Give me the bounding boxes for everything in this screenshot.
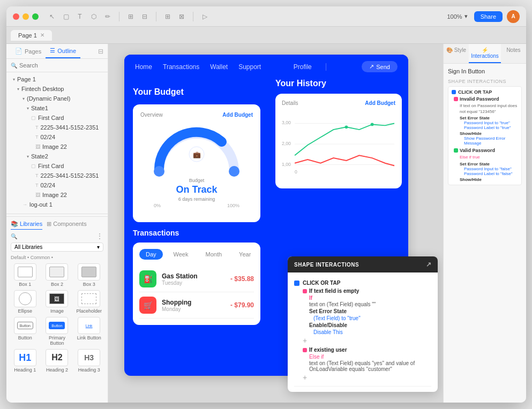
rp-valid-pwd: Valid Password Else if true Set Error St… <box>454 148 518 181</box>
sidebar-tabs: 📄 Pages ☰ Outline ⊟ <box>6 44 108 59</box>
nav-wallet[interactable]: Wallet <box>210 63 228 71</box>
svg-point-11 <box>345 125 348 128</box>
search-input[interactable] <box>19 62 103 69</box>
shape-icon[interactable]: ⬡ <box>89 12 99 21</box>
transactions-container: Transactions Day Week Month Year ⛽ <box>133 229 260 325</box>
pct-0: 0% <box>154 203 161 208</box>
component-placeholder[interactable]: Placeholder <box>74 290 103 314</box>
zoom-fit-icon[interactable]: ⊞ <box>126 12 136 21</box>
component-link-button[interactable]: Link Link Button <box>74 317 103 346</box>
box3-preview <box>78 263 100 281</box>
minimize-button[interactable] <box>23 13 29 20</box>
rp-tab-style[interactable]: 🎨 Style <box>444 44 469 63</box>
shopping-info: Shopping Monday <box>162 299 225 312</box>
sidebar-item-first-card-1[interactable]: ▢ First Card <box>6 113 108 123</box>
component-h3[interactable]: H3 Heading 3 <box>74 349 103 373</box>
sidebar-item-card-number-1[interactable]: T 2225-3441-5152-2351 <box>6 123 108 132</box>
logout-icon: → <box>23 202 27 207</box>
distribute-icon[interactable]: ⊠ <box>177 12 186 21</box>
expand-icon: ▾ <box>13 77 15 82</box>
page-tab[interactable]: Page 1 ✕ <box>11 30 52 41</box>
zoom-chevron: ▾ <box>464 13 468 20</box>
frame-icon[interactable]: ▢ <box>61 12 71 21</box>
lib-dropdown-label: All Libraries <box>14 244 42 250</box>
share-button[interactable]: Share <box>474 11 503 22</box>
rp-tab-notes[interactable]: Notes <box>501 44 526 63</box>
component-h2[interactable]: H2 Heading 2 <box>43 349 72 373</box>
close-button[interactable] <box>13 13 19 20</box>
component-image[interactable]: 🖼 Image <box>43 290 72 314</box>
fp-block1-plus[interactable]: + <box>303 336 431 345</box>
align-icon[interactable]: ⊞ <box>163 12 173 21</box>
fp-expand-icon[interactable]: ↗ <box>426 261 432 268</box>
overview-label: Overview <box>140 112 163 118</box>
interactions-icon: ⚡ <box>482 47 488 53</box>
sidebar-item-card-number-2[interactable]: T 2225-3441-5152-2351 <box>6 171 108 180</box>
svg-text:0: 0 <box>295 169 297 175</box>
filter-icon[interactable]: ⊟ <box>140 12 149 21</box>
lib-dropdown[interactable]: All Libraries ▾ <box>11 243 103 252</box>
lib-search-input[interactable] <box>17 233 96 239</box>
sidebar-tab-pages[interactable]: 📄 Pages <box>11 44 46 58</box>
cursor-icon[interactable]: ↖ <box>47 12 57 21</box>
budget-title: Your Budget <box>133 87 260 97</box>
transaction-row-gas: ⛽ Gas Station Tuesday - $35.88 <box>139 266 254 292</box>
rp-tab-interactions[interactable]: ⚡ Interactions <box>469 44 501 63</box>
toolbar-sep-2 <box>156 12 156 21</box>
sidebar-item-date-2[interactable]: T 02/24 <box>6 180 108 190</box>
h3-preview: H3 <box>78 349 100 366</box>
lib-tab-components[interactable]: ⊞ Components <box>47 219 86 230</box>
rp-set-error-2-label: Set Error State <box>460 162 518 166</box>
trans-tab-year[interactable]: Year <box>233 249 257 260</box>
layer-tree: ▾ Page 1 ▾ Fintech Desktop ▾ (Dynamic Pa… <box>6 72 108 211</box>
component-button[interactable]: Button Button <box>11 317 40 346</box>
send-button[interactable]: ↗ Send <box>362 61 398 72</box>
fullscreen-button[interactable] <box>32 13 39 20</box>
component-box3[interactable]: Box 3 <box>74 263 103 287</box>
sidebar-item-image-2[interactable]: 🖼 Image 22 <box>6 190 108 200</box>
lib-tab-libraries[interactable]: 📚 Libraries <box>11 219 42 230</box>
sidebar-tab-outline[interactable]: ☰ Outline <box>46 44 80 58</box>
nav-transactions[interactable]: Transactions <box>163 63 199 71</box>
sidebar-item-date-1[interactable]: T 02/24 <box>6 132 108 142</box>
lib-add-icon[interactable]: ⋮ <box>96 232 103 240</box>
fp-block2-plus[interactable]: + <box>303 373 431 382</box>
sidebar-item-fintech[interactable]: ▾ Fintech Desktop <box>6 84 108 94</box>
nav-support[interactable]: Support <box>238 63 261 71</box>
filter-outline-icon[interactable]: ⊟ <box>98 48 103 55</box>
sidebar-item-image-1[interactable]: 🖼 Image 22 <box>6 142 108 152</box>
component-box2[interactable]: Box 2 <box>43 263 72 287</box>
component-primary-button[interactable]: Button Primary Button <box>43 317 72 346</box>
rp-pwd-label-false: Password Label to "false" <box>464 171 518 176</box>
text-icon[interactable]: T <box>75 12 85 21</box>
pages-icon: 📄 <box>15 48 23 55</box>
tab-close-icon[interactable]: ✕ <box>40 32 44 38</box>
floating-panel-body: CLICK OR TAP If text field is empty If t… <box>288 272 438 392</box>
add-budget-link-left[interactable]: Add Budget <box>222 112 253 118</box>
trans-tab-day[interactable]: Day <box>139 249 163 260</box>
trans-tab-week[interactable]: Week <box>167 249 195 260</box>
rp-pwd-input-false: Password Input to "false" <box>464 166 518 171</box>
trans-tab-month[interactable]: Month <box>199 249 228 260</box>
add-budget-history[interactable]: Add Budget <box>365 100 395 106</box>
gas-amount: - $35.88 <box>230 275 254 283</box>
play-button[interactable]: ▷ <box>200 12 209 21</box>
nav-profile[interactable]: Profile <box>294 63 312 71</box>
svg-point-0 <box>154 166 164 177</box>
history-card: Details Add Budget 3,00 2,00 1,00 <box>275 94 402 188</box>
box1-label: Box 1 <box>19 282 31 287</box>
sidebar-item-first-card-2[interactable]: ▢ First Card <box>6 161 108 171</box>
component-h1[interactable]: H1 Heading 1 <box>11 349 40 373</box>
pen-icon[interactable]: ✏ <box>103 12 113 21</box>
sidebar-item-state2[interactable]: ▾ State2 <box>6 152 108 161</box>
sidebar-item-logout[interactable]: → log-out 1 <box>6 200 108 209</box>
card-icon: ▢ <box>31 163 36 169</box>
nav-home[interactable]: Home <box>135 63 152 71</box>
sidebar-item-dynamic-panel[interactable]: ▾ (Dynamic Panel) <box>6 94 108 103</box>
sidebar-item-page1[interactable]: ▾ Page 1 <box>6 74 108 84</box>
component-ellipse[interactable]: Ellipse <box>11 290 40 314</box>
sidebar-item-state1[interactable]: ▾ State1 <box>6 103 108 113</box>
fp-block2-dot <box>303 348 307 352</box>
component-box1[interactable]: Box 1 <box>11 263 40 287</box>
expand-icon: ▾ <box>27 106 29 111</box>
